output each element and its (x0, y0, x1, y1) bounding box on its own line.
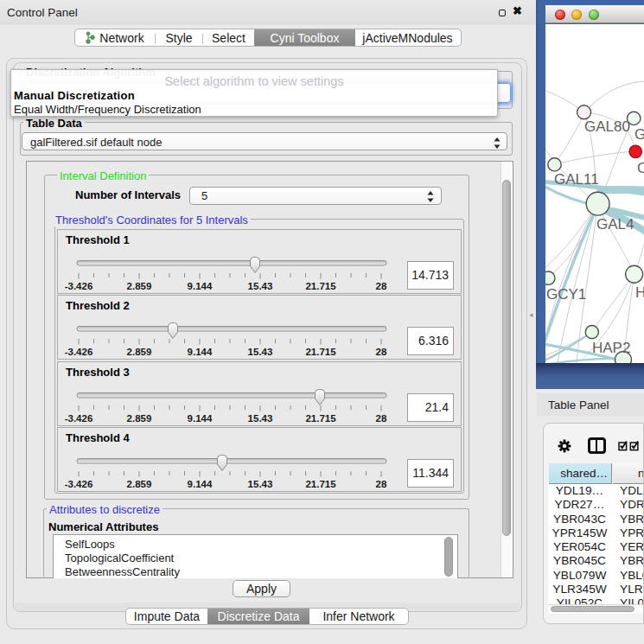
svg-text:-3.426: -3.426 (65, 281, 93, 291)
svg-text:GAL4: GAL4 (596, 216, 634, 233)
svg-text:2.859: 2.859 (127, 281, 152, 291)
svg-text:2.859: 2.859 (127, 479, 152, 489)
svg-text:HAP2: HAP2 (592, 340, 630, 356)
svg-text:GCY1: GCY1 (546, 286, 586, 303)
svg-text:15.43: 15.43 (248, 413, 273, 424)
svg-text:GA: GA (634, 126, 644, 143)
svg-text:-3.426: -3.426 (65, 479, 93, 489)
svg-text:28: 28 (376, 479, 387, 489)
svg-text:H: H (635, 284, 644, 301)
svg-text:28: 28 (376, 413, 387, 424)
svg-text:2.859: 2.859 (127, 413, 152, 424)
svg-text:GAL80: GAL80 (584, 118, 630, 135)
svg-text:2.859: 2.859 (127, 347, 152, 357)
svg-text:28: 28 (376, 281, 387, 291)
svg-text:9.144: 9.144 (188, 479, 213, 489)
svg-text:21.715: 21.715 (305, 479, 336, 489)
svg-text:21.715: 21.715 (305, 413, 336, 424)
svg-text:-3.426: -3.426 (65, 347, 93, 357)
svg-text:15.43: 15.43 (248, 281, 273, 291)
svg-text:9.144: 9.144 (188, 281, 213, 291)
svg-text:15.43: 15.43 (248, 479, 273, 489)
svg-text:-3.426: -3.426 (65, 413, 93, 424)
svg-text:21.715: 21.715 (305, 347, 336, 357)
svg-text:15.43: 15.43 (248, 347, 273, 357)
svg-text:28: 28 (376, 347, 387, 357)
svg-text:9.144: 9.144 (188, 413, 213, 424)
svg-text:C: C (637, 160, 644, 176)
svg-text:GAL11: GAL11 (554, 171, 599, 188)
svg-text:21.715: 21.715 (305, 281, 336, 291)
svg-text:9.144: 9.144 (188, 347, 213, 357)
